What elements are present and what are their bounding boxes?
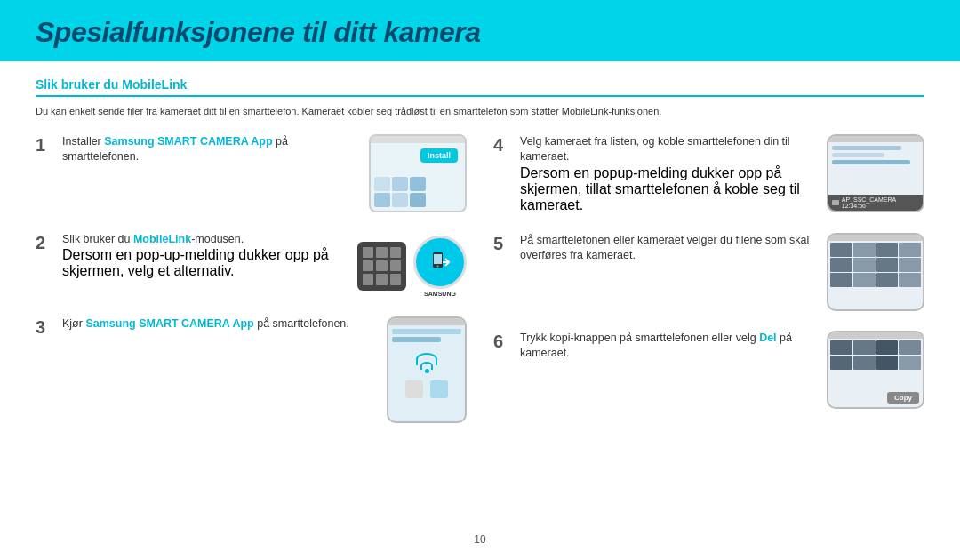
wifi-stack	[416, 353, 437, 373]
grid-cell-2	[376, 247, 387, 258]
step-3-number: 3	[36, 316, 52, 338]
step-6-photo-5	[830, 356, 852, 370]
photo-2	[853, 243, 876, 257]
step-6-photo-7	[876, 356, 899, 370]
step-3-text-after: på smarttelefonen.	[254, 317, 349, 330]
intro-text: Du kan enkelt sende filer fra kameraet d…	[36, 106, 924, 116]
step-2-number: 2	[36, 232, 52, 253]
step-1-image: Install	[369, 134, 467, 212]
grid-cell-9	[390, 274, 401, 284]
step-6-number: 6	[493, 331, 509, 352]
step-5-content: På smarttelefonen eller kameraet velger …	[520, 233, 816, 264]
app-bar-1	[392, 329, 461, 334]
app-thumb-5	[392, 193, 408, 207]
camera-name-text: AP_SSC_CAMERA 12:34:56	[842, 196, 919, 209]
app-thumb-2	[392, 177, 408, 191]
step-4-phone-content	[828, 142, 923, 168]
samsung-mobilelink-icon	[428, 250, 452, 275]
step-3-image	[387, 316, 467, 423]
app-thumb-1	[374, 177, 390, 191]
right-column: 4 Velg kameraet fra listen, og koble sma…	[493, 134, 924, 443]
samsung-label: SAMSUNG	[424, 291, 456, 297]
photo-11	[876, 273, 899, 287]
step-6-text: Trykk kopi-knappen på smarttelefonen ell…	[520, 331, 816, 362]
grid-cell-6	[390, 260, 401, 271]
step-6-text-before: Trykk kopi-knappen på smarttelefonen ell…	[520, 332, 759, 344]
step-3-app-content	[388, 325, 465, 346]
page-number: 10	[474, 533, 485, 546]
step-6-photo-8	[899, 356, 921, 370]
step-6-photo-grid	[828, 339, 923, 372]
section-divider	[36, 95, 924, 97]
grid-cell-3	[390, 247, 401, 258]
step-4-number: 4	[493, 134, 509, 156]
section-title: Slik bruker du MobileLink	[36, 77, 924, 92]
step-1: 1 Installer Samsung SMART CAMERA App på …	[36, 134, 467, 212]
step-4-image: AP_SSC_CAMERA 12:34:56	[827, 134, 924, 212]
step-1-text-before: Installer	[62, 135, 104, 148]
photo-3	[876, 243, 899, 257]
step-6-content: Trykk kopi-knappen på smarttelefonen ell…	[520, 331, 816, 362]
left-column: 1 Installer Samsung SMART CAMERA App på …	[36, 134, 467, 443]
app-thumb-4	[374, 193, 390, 207]
step-2-content: Slik bruker du MobileLink-modusen. Derso…	[62, 232, 347, 280]
grid-cell-4	[363, 260, 373, 271]
step-6-photo-2	[853, 340, 876, 355]
step-2-text: Slik bruker du MobileLink-modusen.	[62, 232, 347, 248]
step-4-bullet: Dersom en popup-melding dukker opp på sk…	[520, 165, 816, 213]
app-thumb-6	[410, 193, 426, 207]
photo-10	[853, 273, 876, 287]
step-2-text-after: -modusen.	[191, 233, 244, 245]
photo-12	[899, 273, 921, 287]
step-6-highlight: Del	[759, 332, 776, 344]
photo-4	[899, 243, 921, 257]
step-3-highlight: Samsung SMART CAMERA App	[85, 317, 253, 330]
page-header: Spesialfunksjonene til ditt kamera	[0, 0, 960, 61]
step-3-text-before: Kjør	[62, 317, 85, 330]
main-content: Slik bruker du MobileLink Du kan enkelt …	[0, 77, 960, 443]
step-5: 5 På smarttelefonen eller kameraet velge…	[493, 233, 924, 311]
step-2-bullet: Dersom en pop-up-melding dukker opp på s…	[62, 247, 347, 279]
step-1-number: 1	[36, 134, 52, 156]
camera-small-icon	[832, 200, 839, 205]
photo-7	[876, 258, 899, 272]
wifi-dot	[425, 369, 429, 373]
step-6-photo-6	[853, 356, 876, 370]
photo-grid	[828, 241, 923, 289]
step-3-bottom-icons	[388, 377, 465, 400]
step-3-text: Kjør Samsung SMART CAMERA App på smartte…	[62, 316, 376, 332]
step-4-content: Velg kameraet fra listen, og koble smart…	[520, 134, 816, 213]
app-bar-2	[392, 337, 441, 342]
photo-1	[830, 243, 852, 257]
wifi-icon-area	[388, 346, 465, 377]
step-3-icon-2	[430, 380, 448, 398]
step-3: 3 Kjør Samsung SMART CAMERA App på smart…	[36, 316, 467, 423]
step-2-image: SAMSUNG	[357, 236, 467, 297]
samsung-icon	[413, 236, 467, 289]
photo-8	[899, 258, 921, 272]
step-6: 6 Trykk kopi-knappen på smarttelefonen e…	[493, 331, 924, 409]
step-2-text-before: Slik bruker du	[62, 233, 133, 245]
photo-5	[830, 258, 852, 272]
grid-cell-1	[363, 247, 373, 258]
step-2-highlight: MobileLink	[133, 233, 191, 245]
step-1-highlight: Samsung SMART CAMERA App	[104, 135, 272, 148]
step-2: 2 Slik bruker du MobileLink-modusen. Der…	[36, 232, 467, 297]
step-4-bar-1	[832, 146, 901, 150]
install-button-image: Install	[420, 148, 458, 163]
camera-name-bar: AP_SSC_CAMERA 12:34:56	[828, 195, 923, 211]
step-4-bar-3	[832, 160, 910, 164]
app-thumb-3	[410, 177, 426, 191]
step-5-text: På smarttelefonen eller kameraet velger …	[520, 233, 816, 264]
step-6-photo-4	[899, 340, 921, 355]
step-4-bar-2	[832, 153, 884, 157]
step-3-content: Kjør Samsung SMART CAMERA App på smartte…	[62, 316, 376, 332]
step-6-photo-3	[876, 340, 899, 355]
photo-6	[853, 258, 876, 272]
app-grid-image	[374, 177, 426, 207]
step-6-image: Copy	[827, 331, 924, 409]
samsung-icon-container: SAMSUNG	[413, 236, 467, 297]
grid-cell-8	[376, 274, 387, 284]
step-4-text: Velg kameraet fra listen, og koble smart…	[520, 134, 816, 165]
step-3-icon-1	[405, 380, 423, 398]
